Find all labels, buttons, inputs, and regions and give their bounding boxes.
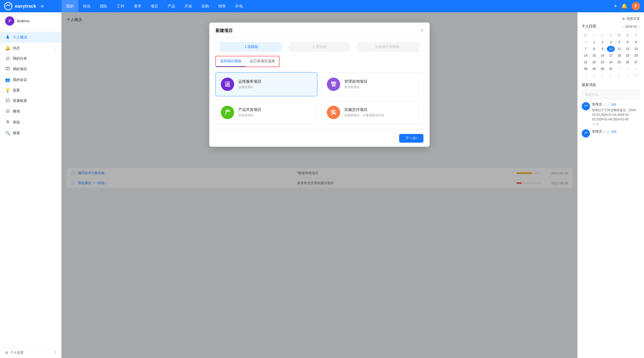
cal-day[interactable]: 30 [598,66,606,72]
template-desc-mgmt: 咨询类项目 [344,85,418,89]
cal-day[interactable]: 8 [590,46,598,52]
right-panel: ⚙ 视图设置 个人日历 ‹ 2024-01 › 日 一 二 三 四 五 [577,12,644,358]
template-icon-char-product: 产 [225,109,230,116]
cal-day[interactable]: 7 [607,72,615,79]
sidebar-item-overview[interactable]: 个人概况 [0,32,61,43]
tab-from-existing[interactable]: 从已有项目选择 [246,56,279,67]
cal-day[interactable]: 14 [582,52,590,59]
sidebar-settings[interactable]: ⚙ 个人设置 《 [0,347,61,358]
calendar-grid: 日 一 二 三 四 五 六 31 1 2 3 4 5 6 7 8 9 10 [582,32,640,79]
sidebar-item-search[interactable]: 🔍 搜索 [0,128,61,138]
template-card-mgmt[interactable]: 管 管理咨询项目 咨询类项目 [321,72,423,96]
bell-icon[interactable]: 🔔 [621,3,628,9]
view-settings-button[interactable]: ⚙ 视图设置 [622,16,640,21]
template-icon-char-mgmt: 管 [331,80,336,88]
sidebar-item-expenses[interactable]: ¥ 费用 [0,106,61,117]
message-item-1: 管理员 | 📄 消息 您有以下工时过期未提交：2024-01-01,2024-0… [582,102,640,126]
cal-day[interactable]: 10 [632,72,640,79]
step-1: 1.选模板 [220,42,283,52]
cal-day[interactable]: 18 [615,52,623,59]
logo-text: easytrack [15,4,36,9]
template-card-ops[interactable]: 运 运维服务项目 运维类项目 [215,72,317,96]
cal-day[interactable]: 7 [582,46,590,52]
message-input[interactable]: 说点什么... [582,90,640,99]
cal-day[interactable]: 13 [632,46,640,52]
add-icon[interactable]: + [614,3,617,9]
nav-item-purchase[interactable]: 采购 [197,0,214,12]
cal-day[interactable]: 19 [624,52,632,59]
sidebar-avatar: F [5,16,14,26]
settings-icon: ⚙ [5,351,8,355]
nav-item-hours[interactable]: 工时 [112,0,129,12]
sidebar-item-proposals[interactable]: 💡 提案 [0,85,61,96]
cal-day[interactable]: 23 [598,59,606,65]
calendar-next-button[interactable]: › [639,24,640,28]
cal-day[interactable]: 5 [624,39,632,45]
template-card-product[interactable]: 产 产品开发项目 研发类项目 [215,100,317,124]
cal-day[interactable]: 1 [615,66,623,72]
cal-day[interactable]: 31 [582,39,590,45]
content-area: 个人概况 📄 编写技术方案初稿 *数据智能项目 2022-08-29 📄 系统测… [61,12,577,358]
cal-day[interactable]: 25 [615,59,623,65]
svg-point-1 [6,6,7,7]
cal-day[interactable]: 6 [598,72,606,79]
tab-select-template[interactable]: 选择项目模板 [216,56,246,67]
sidebar-item-quality[interactable]: 质量检查 [0,96,61,106]
cal-day[interactable]: 22 [590,59,598,65]
sidebar-item-projects[interactable]: 我的项目 [0,64,61,75]
cal-day[interactable]: 12 [624,46,632,52]
nav-item-portfolio[interactable]: 组合 [78,0,95,12]
tab-from-existing-label: 从已有项目选择 [250,59,275,63]
sidebar-item-approval[interactable]: 审批 [0,117,61,128]
cal-day[interactable]: 1 [590,39,598,45]
nav-item-projects[interactable]: 项目 [146,0,163,12]
cal-day[interactable]: 8 [615,72,623,79]
cal-day[interactable]: 28 [582,66,590,72]
nav-item-outsource[interactable]: 外包 [231,0,247,12]
cal-day[interactable]: 4 [615,39,623,45]
nav-item-dev[interactable]: 开发 [180,0,197,12]
template-card-impl[interactable]: 实 实施交付项目 实施类项目：主要是整包外采 [321,100,423,124]
cal-day[interactable]: 20 [632,52,640,59]
cal-day[interactable]: 9 [624,72,632,79]
template-icon-char-ops: 运 [225,80,230,88]
cal-day[interactable]: 17 [607,52,615,59]
cal-day[interactable]: 29 [590,66,598,72]
cal-day[interactable]: 16 [598,52,606,59]
template-icon-char-impl: 实 [331,109,336,116]
calendar-month-label: 2024-01 [625,25,637,28]
nav-item-sales[interactable]: 销售 [214,0,231,12]
nav-item-products[interactable]: 产品 [163,0,180,12]
cal-day[interactable]: 3 [632,66,640,72]
sidebar-item-meetings[interactable]: 👥 我的会议 [0,75,61,85]
cal-day[interactable]: 26 [624,59,632,65]
cal-day[interactable]: 11 [615,46,623,52]
cal-day[interactable]: 15 [590,52,598,59]
quality-icon [5,98,10,103]
user-avatar-top[interactable]: F [632,2,640,10]
cal-day[interactable]: 31 [607,66,615,72]
hamburger-icon[interactable]: ≡ [41,3,44,9]
cal-day[interactable]: 2 [624,66,632,72]
next-step-button[interactable]: 下一步› [399,134,423,143]
nav-item-requirements[interactable]: 需求 [129,0,146,12]
cal-day[interactable]: 9 [598,46,606,52]
sidebar-item-activity[interactable]: 🔔 动态 › [0,43,61,53]
view-settings-label: 视图设置 [627,16,640,21]
nav-item-mine[interactable]: 我的 [61,0,78,12]
template-info-product: 产品开发项目 研发类项目 [238,107,312,118]
sidebar-item-tasks[interactable]: ☑ 我的任务 [0,53,61,64]
cal-day[interactable]: 27 [632,59,640,65]
cal-day[interactable]: 5 [590,72,598,79]
cal-day[interactable]: 2 [598,39,606,45]
proposals-icon: 💡 [5,88,10,93]
cal-day[interactable]: 3 [607,39,615,45]
cal-day[interactable]: 24 [607,59,615,65]
calendar-prev-button[interactable]: ‹ [622,24,624,28]
nav-item-team[interactable]: 团队 [95,0,112,12]
cal-day[interactable]: 6 [632,39,640,45]
cal-day-today[interactable]: 10 [607,46,615,52]
cal-day[interactable]: 21 [582,59,590,65]
cal-day[interactable]: 4 [582,72,590,79]
modal-close-button[interactable]: × [421,28,423,33]
